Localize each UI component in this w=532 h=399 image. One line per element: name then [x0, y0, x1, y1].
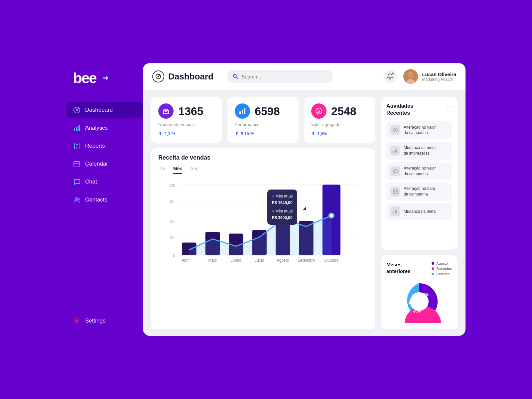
- svg-rect-77: [393, 211, 394, 213]
- content-area: 1365 Número de vendas ⬆ 2,3 %: [143, 90, 466, 336]
- sidebar-item-settings[interactable]: Settings: [66, 313, 143, 329]
- stat-top-performance: 6598: [235, 103, 291, 119]
- user-info: Lucas Oliveira Marketing Analyst: [403, 69, 456, 84]
- sales-value: 1365: [178, 105, 203, 118]
- tooltip-line1: ● Mês atual R$ 1540,00: [272, 193, 293, 206]
- value-change: ⬆ 1,6%: [311, 131, 368, 136]
- header-title-area: Dashboard: [152, 70, 213, 82]
- activities-title: AtividadesRecentes: [386, 103, 413, 117]
- reports-icon: [73, 142, 80, 150]
- legend-setembro: Setembro: [432, 267, 452, 271]
- svg-text:90: 90: [170, 199, 175, 204]
- activity-icon-4: [390, 187, 400, 197]
- sidebar-item-calendar[interactable]: Calendar: [66, 156, 143, 172]
- stat-card-sales: 1365 Número de vendas ⬆ 2,3 %: [151, 97, 222, 143]
- svg-text:Setembro: Setembro: [298, 258, 315, 263]
- logo-text: bee ➜: [73, 70, 110, 88]
- legend: Agosto Setembro Outubro: [432, 261, 452, 276]
- activity-item: Mudança na meta: [386, 203, 452, 220]
- svg-text:Julho: Julho: [255, 258, 264, 263]
- header: Dashboard: [143, 63, 466, 90]
- activity-text-3: Alteração no valorda campanha: [404, 166, 436, 177]
- chart-title: Receita de vendas: [158, 154, 368, 161]
- sidebar-item-chat[interactable]: Chat: [66, 174, 143, 190]
- svg-rect-6: [74, 128, 75, 131]
- activities-card: AtividadesRecentes ··· $ Alteração no va…: [381, 97, 458, 250]
- svg-rect-79: [396, 209, 397, 213]
- sidebar-item-label-contacts: Contacts: [85, 197, 107, 203]
- content-right: AtividadesRecentes ··· $ Alteração no va…: [381, 97, 458, 329]
- bar-line-chart: 100 90 60 30 0: [158, 180, 368, 266]
- svg-text:$: $: [394, 170, 396, 173]
- tooltip-line2: ● Mês atual R$ 3500,00: [272, 208, 293, 221]
- activity-icon-2: [390, 146, 400, 156]
- tab-mes[interactable]: Mês: [173, 166, 182, 174]
- svg-point-18: [78, 198, 79, 200]
- activity-text-1: Alteração no valorda campanha: [404, 125, 436, 136]
- performance-change: ⬆ 5,10 %: [235, 131, 291, 136]
- svg-text:60: 60: [170, 219, 175, 224]
- logo: bee ➜: [66, 66, 143, 102]
- chart-tabs: Dia Mês Ano: [158, 166, 368, 174]
- chart-tooltip: ● Mês atual R$ 1540,00 ● Mês atual R$ 35…: [267, 190, 298, 225]
- svg-text:100: 100: [169, 183, 175, 188]
- notifications-button[interactable]: [383, 70, 397, 83]
- activity-text-4: Alteração na datada campanha: [404, 186, 435, 197]
- legend-label-agosto: Agosto: [436, 261, 448, 265]
- stat-top-value: $ 2548: [311, 103, 368, 119]
- svg-rect-78: [395, 210, 396, 213]
- activities-header: AtividadesRecentes ···: [386, 103, 452, 117]
- svg-rect-7: [76, 127, 77, 131]
- activity-item: $ Alteração no valorda campanha: [386, 162, 452, 180]
- calendar-icon: [73, 160, 80, 168]
- svg-rect-68: [393, 151, 394, 153]
- pie-chart: 30% 60% 10%: [398, 280, 441, 323]
- svg-point-29: [408, 72, 413, 77]
- value-icon: $: [311, 103, 327, 119]
- svg-rect-69: [395, 150, 396, 153]
- activity-text-2: Mudança na metade impressões: [404, 145, 436, 156]
- analytics-icon: [73, 124, 80, 132]
- svg-text:bee: bee: [73, 70, 96, 86]
- svg-rect-70: [396, 149, 397, 153]
- sidebar-item-analytics[interactable]: Analytics: [66, 120, 143, 136]
- svg-point-19: [76, 320, 78, 322]
- legend-label-outubro: Outubro: [436, 272, 450, 276]
- main-content: Dashboard: [143, 63, 466, 336]
- sidebar-item-label-reports: Reports: [85, 143, 105, 149]
- svg-point-21: [158, 76, 159, 77]
- chat-icon: [73, 178, 80, 186]
- svg-text:$: $: [318, 109, 320, 114]
- trend-up-icon: ⬆: [158, 131, 162, 136]
- svg-text:$: $: [394, 129, 396, 132]
- svg-point-64: [329, 213, 334, 218]
- search-bar[interactable]: [227, 70, 333, 83]
- search-input[interactable]: [241, 74, 327, 79]
- svg-rect-35: [242, 110, 243, 114]
- more-options-button[interactable]: ···: [447, 103, 452, 110]
- pie-chart-container: 30% 60% 10%: [386, 280, 452, 323]
- tab-dia[interactable]: Dia: [158, 166, 165, 174]
- trend-up-icon-2: ⬆: [235, 131, 239, 136]
- settings-icon: [73, 317, 80, 325]
- activity-item: $ Alteração no valorda campanha: [386, 121, 452, 139]
- sidebar-item-dashboard[interactable]: Dashboard: [66, 102, 143, 118]
- sidebar-item-reports[interactable]: Reports: [66, 138, 143, 154]
- svg-text:10%: 10%: [408, 301, 415, 305]
- svg-text:0: 0: [173, 253, 175, 258]
- stat-card-value: $ 2548 Valor agregado ⬆ 1,6%: [304, 97, 375, 143]
- stat-cards: 1365 Número de vendas ⬆ 2,3 %: [151, 97, 375, 143]
- sales-change: ⬆ 2,3 %: [158, 131, 215, 136]
- sidebar-item-contacts[interactable]: Contacts: [66, 192, 143, 208]
- user-details: Lucas Oliveira Marketing Analyst: [422, 71, 456, 82]
- user-name: Lucas Oliveira: [422, 71, 456, 77]
- tab-ano[interactable]: Ano: [190, 166, 199, 174]
- svg-line-5: [78, 108, 79, 109]
- activity-item: Mudança na metade impressões: [386, 142, 452, 160]
- svg-text:60%: 60%: [413, 309, 421, 313]
- sidebar: bee ➜ Dashboard: [66, 63, 143, 336]
- legend-outubro: Outubro: [432, 272, 452, 276]
- header-dashboard-icon: [152, 70, 164, 82]
- svg-line-25: [236, 77, 238, 79]
- svg-text:Agosto: Agosto: [277, 258, 289, 263]
